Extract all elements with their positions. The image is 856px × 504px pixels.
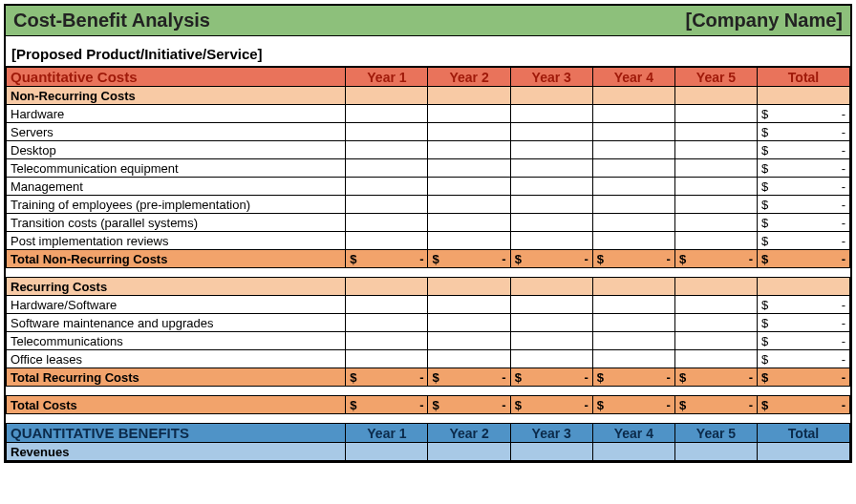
cell[interactable] <box>592 214 674 232</box>
money-cell[interactable]: $- <box>346 250 428 268</box>
cell[interactable] <box>510 105 592 123</box>
cell[interactable] <box>510 196 592 214</box>
money-cell[interactable]: $- <box>758 250 850 268</box>
cell[interactable] <box>346 87 428 105</box>
cell[interactable] <box>674 159 757 178</box>
cell[interactable] <box>428 214 510 232</box>
cell[interactable] <box>428 123 510 141</box>
cell[interactable] <box>346 105 428 123</box>
cell[interactable] <box>510 350 592 368</box>
cell[interactable] <box>592 314 674 332</box>
money-cell[interactable]: $- <box>758 368 850 387</box>
money-cell[interactable]: $- <box>428 368 510 387</box>
money-cell[interactable]: $- <box>592 368 674 387</box>
cell[interactable] <box>674 214 757 232</box>
cell[interactable] <box>758 443 850 461</box>
cell[interactable] <box>428 159 510 178</box>
cell[interactable] <box>674 141 757 159</box>
money-cell[interactable]: $- <box>428 250 510 268</box>
row-total[interactable]: $- <box>758 214 850 232</box>
cell[interactable] <box>346 278 428 296</box>
cell[interactable] <box>674 350 757 368</box>
row-total[interactable]: $- <box>758 123 850 141</box>
cell[interactable] <box>674 178 757 196</box>
cell[interactable] <box>674 87 757 105</box>
money-cell[interactable]: $- <box>346 396 428 414</box>
money-cell[interactable]: $- <box>674 250 757 268</box>
cell[interactable] <box>592 123 674 141</box>
row-total[interactable]: $- <box>758 141 850 159</box>
money-cell[interactable]: $- <box>674 396 757 414</box>
cell[interactable] <box>346 443 428 461</box>
cell[interactable] <box>510 314 592 332</box>
cell[interactable] <box>428 105 510 123</box>
cell[interactable] <box>592 178 674 196</box>
cell[interactable] <box>592 278 674 296</box>
row-total[interactable]: $- <box>758 178 850 196</box>
cell[interactable] <box>428 296 510 314</box>
cell[interactable] <box>428 278 510 296</box>
cell[interactable] <box>674 278 757 296</box>
cell[interactable] <box>758 87 850 105</box>
money-cell[interactable]: $- <box>674 368 757 387</box>
cell[interactable] <box>592 141 674 159</box>
money-cell[interactable]: $- <box>510 250 592 268</box>
row-total[interactable]: $- <box>758 232 850 250</box>
cell[interactable] <box>346 178 428 196</box>
cell[interactable] <box>510 278 592 296</box>
cell[interactable] <box>592 87 674 105</box>
money-cell[interactable]: $- <box>346 368 428 387</box>
cell[interactable] <box>428 443 510 461</box>
cell[interactable] <box>674 232 757 250</box>
row-total[interactable]: $- <box>758 105 850 123</box>
cell[interactable] <box>592 232 674 250</box>
cell[interactable] <box>592 159 674 178</box>
cell[interactable] <box>510 443 592 461</box>
cell[interactable] <box>510 332 592 350</box>
cell[interactable] <box>674 105 757 123</box>
cell[interactable] <box>674 296 757 314</box>
cell[interactable] <box>346 296 428 314</box>
cell[interactable] <box>592 443 674 461</box>
cell[interactable] <box>592 350 674 368</box>
row-total[interactable]: $- <box>758 296 850 314</box>
cell[interactable] <box>428 232 510 250</box>
cell[interactable] <box>592 105 674 123</box>
cell[interactable] <box>346 314 428 332</box>
cell[interactable] <box>674 314 757 332</box>
row-total[interactable]: $- <box>758 332 850 350</box>
cell[interactable] <box>510 214 592 232</box>
cell[interactable] <box>592 196 674 214</box>
cell[interactable] <box>510 141 592 159</box>
money-cell[interactable]: $- <box>592 396 674 414</box>
cell[interactable] <box>674 443 757 461</box>
money-cell[interactable]: $- <box>592 250 674 268</box>
cell[interactable] <box>510 123 592 141</box>
cell[interactable] <box>428 87 510 105</box>
row-total[interactable]: $- <box>758 196 850 214</box>
cell[interactable] <box>346 123 428 141</box>
cell[interactable] <box>428 178 510 196</box>
cell[interactable] <box>510 159 592 178</box>
cell[interactable] <box>510 178 592 196</box>
cell[interactable] <box>346 214 428 232</box>
cell[interactable] <box>674 123 757 141</box>
cell[interactable] <box>674 196 757 214</box>
cell[interactable] <box>428 196 510 214</box>
cell[interactable] <box>758 278 850 296</box>
cell[interactable] <box>346 232 428 250</box>
cell[interactable] <box>428 314 510 332</box>
cell[interactable] <box>428 350 510 368</box>
money-cell[interactable]: $- <box>510 396 592 414</box>
money-cell[interactable]: $- <box>758 396 850 414</box>
cell[interactable] <box>346 196 428 214</box>
cell[interactable] <box>510 87 592 105</box>
cell[interactable] <box>592 296 674 314</box>
money-cell[interactable]: $- <box>428 396 510 414</box>
cell[interactable] <box>592 332 674 350</box>
cell[interactable] <box>428 332 510 350</box>
cell[interactable] <box>346 159 428 178</box>
cell[interactable] <box>510 232 592 250</box>
row-total[interactable]: $- <box>758 314 850 332</box>
cell[interactable] <box>346 350 428 368</box>
